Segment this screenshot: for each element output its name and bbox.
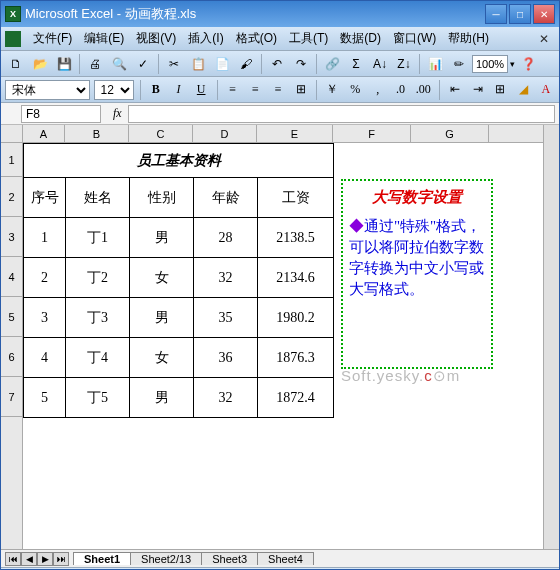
diamond-icon: ◆ — [349, 218, 364, 234]
menu-help[interactable]: 帮助(H) — [442, 28, 495, 49]
size-select[interactable]: 12 — [94, 80, 134, 100]
menu-file[interactable]: 文件(F) — [27, 28, 78, 49]
menu-window[interactable]: 窗口(W) — [387, 28, 442, 49]
menubar: 文件(F) 编辑(E) 视图(V) 插入(I) 格式(O) 工具(T) 数据(D… — [1, 27, 559, 51]
close-button[interactable]: ✕ — [533, 4, 555, 24]
menu-view[interactable]: 视图(V) — [130, 28, 182, 49]
header-cell[interactable]: 年龄 — [194, 178, 258, 218]
note-title: 大写数字设置 — [349, 187, 485, 208]
note-body: ◆通过"特殊"格式，可以将阿拉伯数字数字转换为中文小写或大写格式。 — [349, 216, 485, 300]
copy-icon[interactable]: 📋 — [187, 53, 209, 75]
tab-next-icon[interactable]: ▶ — [37, 552, 53, 566]
new-icon[interactable]: 🗋 — [5, 53, 27, 75]
vertical-scrollbar[interactable] — [543, 125, 559, 549]
row-header[interactable]: 5 — [1, 297, 22, 337]
align-right-icon[interactable]: ≡ — [269, 79, 288, 101]
redo-icon[interactable]: ↷ — [290, 53, 312, 75]
select-all-corner[interactable] — [1, 125, 22, 143]
comma-icon[interactable]: , — [369, 79, 388, 101]
fx-icon[interactable]: fx — [113, 106, 122, 121]
col-header[interactable]: B — [65, 125, 129, 142]
sheet-tab[interactable]: Sheet4 — [257, 552, 314, 565]
menu-edit[interactable]: 编辑(E) — [78, 28, 130, 49]
row-header[interactable]: 2 — [1, 177, 22, 217]
bold-button[interactable]: B — [146, 79, 165, 101]
titlebar: X Microsoft Excel - 动画教程.xls ─ □ ✕ — [1, 1, 559, 27]
font-color-icon[interactable]: A — [536, 79, 555, 101]
formula-bar-row: F8 fx — [1, 103, 559, 125]
menu-data[interactable]: 数据(D) — [334, 28, 387, 49]
sheet-tab[interactable]: Sheet2/13 — [130, 552, 202, 565]
align-left-icon[interactable]: ≡ — [223, 79, 242, 101]
tab-prev-icon[interactable]: ◀ — [21, 552, 37, 566]
format-toolbar: 宋体 12 B I U ≡ ≡ ≡ ⊞ ￥ % , .0 .00 ⇤ ⇥ ⊞ ◢… — [1, 77, 559, 103]
window-title: Microsoft Excel - 动画教程.xls — [25, 5, 485, 23]
sheet-tab[interactable]: Sheet1 — [73, 552, 131, 565]
font-select[interactable]: 宋体 — [5, 80, 90, 100]
maximize-button[interactable]: □ — [509, 4, 531, 24]
indent-inc-icon[interactable]: ⇥ — [468, 79, 487, 101]
header-cell[interactable]: 姓名 — [66, 178, 130, 218]
save-icon[interactable]: 💾 — [53, 53, 75, 75]
currency-icon[interactable]: ￥ — [323, 79, 342, 101]
col-header[interactable]: A — [23, 125, 65, 142]
indent-dec-icon[interactable]: ⇤ — [445, 79, 464, 101]
menu-tools[interactable]: 工具(T) — [283, 28, 334, 49]
app-icon — [5, 31, 21, 47]
sheet-tabs-row: ⏮ ◀ ▶ ⏭ Sheet1 Sheet2/13 Sheet3 Sheet4 — [1, 549, 559, 567]
align-center-icon[interactable]: ≡ — [246, 79, 265, 101]
menu-format[interactable]: 格式(O) — [230, 28, 283, 49]
print-icon[interactable]: 🖨 — [84, 53, 106, 75]
minimize-button[interactable]: ─ — [485, 4, 507, 24]
paste-icon[interactable]: 📄 — [211, 53, 233, 75]
header-cell[interactable]: 工资 — [258, 178, 334, 218]
worksheet-area: 1 2 3 4 5 6 7 A B C D E F G 员工基本资料 序号 姓名… — [1, 125, 559, 549]
col-header[interactable]: F — [333, 125, 411, 142]
chart-icon[interactable]: 📊 — [424, 53, 446, 75]
header-cell[interactable]: 性别 — [130, 178, 194, 218]
fill-color-icon[interactable]: ◢ — [514, 79, 533, 101]
undo-icon[interactable]: ↶ — [266, 53, 288, 75]
sort-asc-icon[interactable]: A↓ — [369, 53, 391, 75]
merge-icon[interactable]: ⊞ — [292, 79, 311, 101]
inc-decimal-icon[interactable]: .0 — [391, 79, 410, 101]
sort-desc-icon[interactable]: Z↓ — [393, 53, 415, 75]
italic-button[interactable]: I — [169, 79, 188, 101]
tab-last-icon[interactable]: ⏭ — [53, 552, 69, 566]
spell-icon[interactable]: ✓ — [132, 53, 154, 75]
col-header[interactable]: E — [257, 125, 333, 142]
format-painter-icon[interactable]: 🖌 — [235, 53, 257, 75]
row-header[interactable]: 6 — [1, 337, 22, 377]
menu-insert[interactable]: 插入(I) — [182, 28, 229, 49]
link-icon[interactable]: 🔗 — [321, 53, 343, 75]
preview-icon[interactable]: 🔍 — [108, 53, 130, 75]
formula-bar[interactable] — [128, 105, 555, 123]
standard-toolbar: 🗋 📂 💾 🖨 🔍 ✓ ✂ 📋 📄 🖌 ↶ ↷ 🔗 Σ A↓ Z↓ 📊 ✏ ▾ … — [1, 51, 559, 77]
col-header[interactable]: D — [193, 125, 257, 142]
row-header[interactable]: 3 — [1, 217, 22, 257]
title-cell[interactable]: 员工基本资料 — [24, 144, 334, 178]
zoom-input[interactable] — [472, 55, 508, 73]
help-icon[interactable]: ❓ — [517, 53, 539, 75]
row-header[interactable]: 7 — [1, 377, 22, 417]
header-cell[interactable]: 序号 — [24, 178, 66, 218]
zoom-control[interactable]: ▾ — [472, 55, 515, 73]
name-box[interactable]: F8 — [21, 105, 101, 123]
row-header[interactable]: 1 — [1, 143, 22, 177]
cut-icon[interactable]: ✂ — [163, 53, 185, 75]
col-header[interactable]: G — [411, 125, 489, 142]
underline-button[interactable]: U — [192, 79, 211, 101]
drawing-icon[interactable]: ✏ — [448, 53, 470, 75]
row-header[interactable]: 4 — [1, 257, 22, 297]
doc-close-button[interactable]: ✕ — [533, 30, 555, 48]
tab-first-icon[interactable]: ⏮ — [5, 552, 21, 566]
excel-icon: X — [5, 6, 21, 22]
percent-icon[interactable]: % — [346, 79, 365, 101]
sheet-tab[interactable]: Sheet3 — [201, 552, 258, 565]
open-icon[interactable]: 📂 — [29, 53, 51, 75]
sum-icon[interactable]: Σ — [345, 53, 367, 75]
col-header[interactable]: C — [129, 125, 193, 142]
borders-icon[interactable]: ⊞ — [491, 79, 510, 101]
dec-decimal-icon[interactable]: .00 — [414, 79, 433, 101]
watermark: Soft.yesky.c⊙m — [341, 367, 460, 385]
